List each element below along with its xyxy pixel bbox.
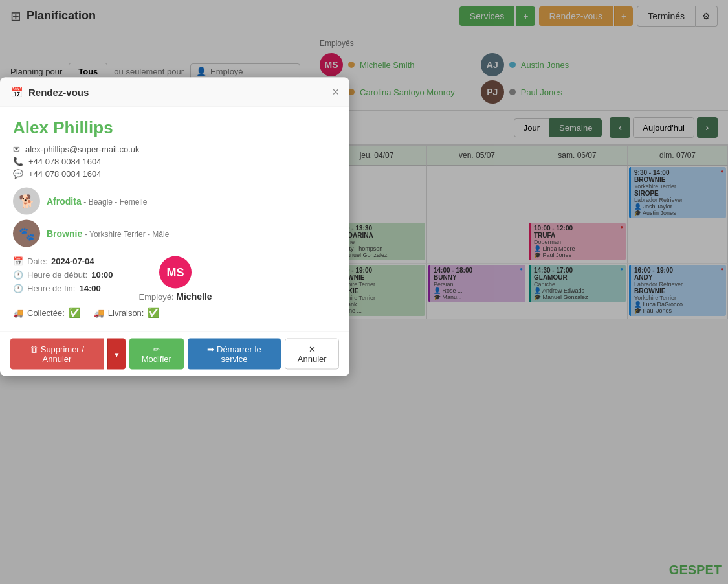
heure-fin-value: 14:00 xyxy=(79,284,100,293)
employe-name: Michelle xyxy=(176,291,212,302)
employe-label: Employé: xyxy=(138,292,173,302)
pets-section: 🐕 Afrodita - Beagle - Femelle 🐾 Brownie … xyxy=(13,188,336,247)
appt-employee-row: 📅 Date: 2024-07-04 🕐 Heure de début: 10:… xyxy=(13,256,336,302)
calendar-small-icon: 📅 xyxy=(13,256,23,266)
whatsapp-icon: 💬 xyxy=(13,169,23,179)
date-value: 2024-07-04 xyxy=(51,256,94,266)
truck-icon-2: 🚚 xyxy=(94,308,104,317)
client-phone: +44 078 0084 1604 xyxy=(28,157,101,166)
pet-info-brownie: Brownie - Yorkshire Terrier - Mâle xyxy=(47,229,169,239)
appointment-modal: 📅 Rendez-vous × Alex Phillips ✉ alex-phi… xyxy=(0,78,349,320)
heure-fin-row: 🕐 Heure de fin: 14:00 xyxy=(13,284,113,293)
heure-debut-row: 🕐 Heure de début: 10:00 xyxy=(13,270,113,280)
modal-body: Alex Phillips ✉ alex-phillips@super-mail… xyxy=(0,107,349,320)
livraison-check: 🚚 Livraison: ✅ xyxy=(94,307,160,319)
employee-info: Employé: Michelle xyxy=(138,291,212,302)
collectee-label: Collectée: xyxy=(27,308,65,317)
heure-debut-value: 10:00 xyxy=(91,270,113,280)
contact-info: ✉ alex-phillips@super-mail.co.uk 📞 +44 0… xyxy=(13,144,336,179)
date-label: Date: xyxy=(27,256,47,266)
pet-details-afrodita: - Beagle - Femelle xyxy=(83,197,147,207)
pet-name-afrodita: Afrodita xyxy=(47,196,82,207)
phone-row: 📞 +44 078 0084 1604 xyxy=(13,157,336,166)
client-email: alex-phillips@super-mail.co.uk xyxy=(25,144,139,154)
pet-avatar-afrodita: 🐕 xyxy=(13,188,40,215)
clock-icon-1: 🕐 xyxy=(13,270,23,280)
modal-header: 📅 Rendez-vous × xyxy=(0,78,349,107)
modal-close-button[interactable]: × xyxy=(332,85,339,99)
truck-icon-1: 🚚 xyxy=(13,308,23,317)
client-name: Alex Phillips xyxy=(13,118,336,138)
pet-avatar-brownie: 🐾 xyxy=(13,220,40,247)
pet-brownie[interactable]: 🐾 Brownie - Yorkshire Terrier - Mâle xyxy=(13,220,336,247)
whatsapp-row: 💬 +44 078 0084 1604 xyxy=(13,169,336,179)
email-icon: ✉ xyxy=(13,144,20,154)
clock-icon-2: 🕐 xyxy=(13,284,23,293)
pet-afrodita[interactable]: 🐕 Afrodita - Beagle - Femelle xyxy=(13,188,336,215)
phone-icon: 📞 xyxy=(13,157,23,166)
email-row: ✉ alex-phillips@super-mail.co.uk xyxy=(13,144,336,154)
collectee-check: 🚚 Collectée: ✅ xyxy=(13,307,81,319)
employee-avatar: MS xyxy=(159,256,192,289)
appt-details-section: 📅 Date: 2024-07-04 🕐 Heure de début: 10:… xyxy=(13,256,113,297)
date-row: 📅 Date: 2024-07-04 xyxy=(13,256,113,266)
check-livraison: ✅ xyxy=(148,307,160,319)
livraison-label: Livraison: xyxy=(108,308,144,317)
calendar-icon: 📅 xyxy=(10,86,23,98)
checkboxes-row: 🚚 Collectée: ✅ 🚚 Livraison: ✅ xyxy=(13,307,336,319)
check-collectee: ✅ xyxy=(69,307,81,319)
pet-name-brownie: Brownie xyxy=(47,229,82,239)
heure-fin-label: Heure de fin: xyxy=(27,284,75,293)
employee-col: MS Employé: Michelle xyxy=(138,256,212,302)
client-whatsapp: +44 078 0084 1604 xyxy=(28,169,101,179)
pet-info-afrodita: Afrodita - Beagle - Femelle xyxy=(47,196,147,207)
modal-title: Rendez-vous xyxy=(28,87,332,98)
heure-debut-label: Heure de début: xyxy=(27,270,87,280)
pet-details-brownie: - Yorkshire Terrier - Mâle xyxy=(85,230,170,239)
